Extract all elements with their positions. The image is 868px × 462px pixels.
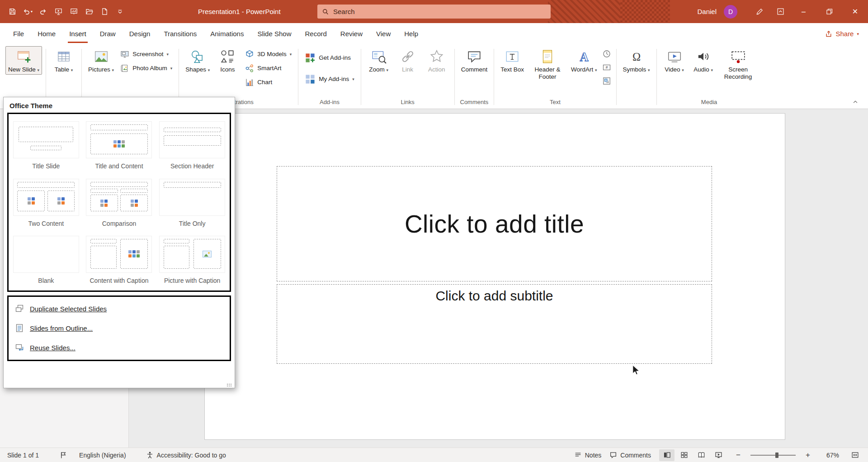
insert-slide-number-button[interactable]: #	[601, 61, 613, 74]
zoom-level[interactable]: 67%	[820, 452, 839, 459]
screenshot-button[interactable]: Screenshot▾	[118, 47, 171, 61]
collapse-ribbon-button[interactable]	[850, 97, 861, 107]
title-placeholder[interactable]: Click to add title	[277, 166, 712, 281]
tab-home[interactable]: Home	[31, 23, 62, 44]
slide-sorter-view-button[interactable]	[676, 449, 692, 461]
insert-object-button[interactable]	[601, 74, 613, 88]
new-slide-button[interactable]: New Slide ▾	[5, 46, 42, 75]
search-box[interactable]	[317, 5, 551, 19]
layout-two-content[interactable]: Two Content	[9, 175, 83, 229]
minimize-button[interactable]: –	[791, 0, 816, 23]
group-separator	[616, 49, 617, 105]
proofing-flag-button[interactable]	[60, 451, 67, 459]
redo-button[interactable]	[36, 4, 50, 19]
zoom-in-button[interactable]: +	[804, 451, 812, 460]
tab-animations[interactable]: Animations	[203, 23, 250, 44]
tab-view[interactable]: View	[369, 23, 397, 44]
tab-file[interactable]: File	[6, 23, 31, 44]
save-button[interactable]	[5, 4, 19, 19]
table-button[interactable]: Table ▾	[50, 46, 78, 75]
layout-content-with-caption[interactable]: Content with Caption	[83, 232, 156, 286]
layout-label: Two Content	[28, 220, 64, 228]
symbols-button[interactable]: ΩSymbols ▾	[620, 46, 653, 75]
subtitle-placeholder[interactable]: Click to add subtitle	[277, 284, 712, 364]
avatar[interactable]: D	[724, 5, 737, 19]
pictures-button[interactable]: Pictures ▾	[85, 46, 117, 75]
my-add-ins-button[interactable]: My Add-ins▾	[302, 68, 357, 90]
photo-album-button[interactable]: Photo Album▾	[118, 61, 175, 75]
layout-title-only[interactable]: Title Only	[156, 175, 229, 229]
menu-item-slides-from-outline[interactable]: Slides from Outline...	[9, 319, 230, 338]
restore-icon	[826, 8, 833, 15]
tab-slide-show[interactable]: Slide Show	[250, 23, 298, 44]
fit-slide-to-window-button[interactable]	[847, 449, 863, 461]
shapes-button[interactable]: Shapes ▾	[183, 46, 212, 75]
slide-layout-thumbnail	[13, 179, 79, 216]
ink-pen-button[interactable]	[749, 0, 770, 23]
start-from-beginning-button[interactable]	[52, 4, 65, 19]
layout-title-and-content[interactable]: Title and Content	[83, 118, 156, 171]
ribbon-group-text: Text BoxHeader & FooterAWordArt ▾#Text	[495, 45, 615, 109]
header-footer-button[interactable]: Header & Footer	[528, 46, 567, 82]
wordart-button[interactable]: AWordArt ▾	[568, 46, 600, 75]
slides-from-outline-icon	[15, 324, 24, 333]
icons-button[interactable]: Icons	[213, 46, 241, 75]
symbols-icon: Ω	[629, 49, 644, 64]
notes-button[interactable]: Notes	[574, 451, 602, 459]
user-name[interactable]: Daniel	[697, 8, 717, 15]
presentation-views-button[interactable]	[67, 4, 80, 19]
tab-review[interactable]: Review	[334, 23, 369, 44]
layout-gallery: Title SlideTitle and ContentSection Head…	[7, 113, 231, 292]
reuse-slides-icon	[15, 343, 24, 352]
accessibility-checker-button[interactable]: Accessibility: Good to go	[146, 451, 226, 459]
restore-button[interactable]	[816, 0, 842, 23]
tab-draw[interactable]: Draw	[93, 23, 123, 44]
zoom-out-button[interactable]: −	[734, 451, 742, 460]
comment-button[interactable]: Comment	[458, 46, 491, 75]
tab-help[interactable]: Help	[397, 23, 425, 44]
layout-picture-with-caption[interactable]: Picture with Caption	[156, 232, 229, 286]
normal-view-button[interactable]	[659, 449, 675, 461]
layout-section-header[interactable]: Section Header	[156, 118, 229, 171]
link-button[interactable]: Link	[394, 46, 422, 75]
text-box-button[interactable]: Text Box	[498, 46, 527, 75]
reading-view-button[interactable]	[693, 449, 709, 461]
zoom-slider-thumb[interactable]	[775, 452, 778, 458]
slide-show-button[interactable]	[711, 449, 726, 461]
zoom-button[interactable]: Zoom ▾	[365, 46, 393, 75]
zoom-slider[interactable]	[750, 455, 796, 456]
open-file-button[interactable]	[82, 4, 96, 19]
search-input[interactable]	[333, 8, 546, 15]
tab-record[interactable]: Record	[298, 23, 333, 44]
undo-button[interactable]: ▾	[21, 4, 34, 19]
screen-recording-button[interactable]: Screen Recording	[718, 46, 758, 82]
resize-grip[interactable]	[226, 383, 232, 387]
date-and-time-button[interactable]	[601, 47, 613, 61]
notes-icon	[574, 451, 582, 459]
menu-item-duplicate-selected-slides[interactable]: Duplicate Selected Slides	[9, 299, 230, 319]
menu-item-reuse-slides[interactable]: Reuse Slides...	[9, 338, 230, 357]
customize-qat-button[interactable]	[113, 4, 127, 19]
smartart-button[interactable]: SmartArt	[242, 61, 284, 75]
layout-comparison[interactable]: Comparison	[83, 175, 156, 229]
video-button[interactable]: Video ▾	[660, 46, 689, 75]
share-button[interactable]: Share ▾	[825, 30, 868, 38]
comments-button[interactable]: Comments	[609, 451, 651, 459]
tab-design[interactable]: Design	[123, 23, 157, 44]
slide[interactable]: Click to add title Click to add subtitle	[205, 114, 785, 439]
layout-title-slide[interactable]: Title Slide	[9, 118, 83, 171]
ribbon-display-options-button[interactable]	[770, 0, 791, 23]
3d-models-button[interactable]: 3D Models▾	[242, 47, 294, 61]
tab-transitions[interactable]: Transitions	[157, 23, 203, 44]
slide-indicator[interactable]: Slide 1 of 1	[7, 452, 39, 459]
layout-blank[interactable]: Blank	[9, 232, 83, 286]
close-button[interactable]: ✕	[842, 0, 868, 23]
open-file-icon	[85, 8, 93, 15]
language-button[interactable]: English (Nigeria)	[79, 452, 126, 459]
chart-button[interactable]: Chart	[242, 75, 275, 89]
get-add-ins-button[interactable]: Get Add-ins	[302, 47, 354, 68]
action-button[interactable]: Action	[423, 46, 451, 75]
tab-insert[interactable]: Insert	[62, 23, 93, 44]
audio-button[interactable]: Audio ▾	[689, 46, 717, 75]
new-document-button[interactable]	[98, 4, 111, 19]
